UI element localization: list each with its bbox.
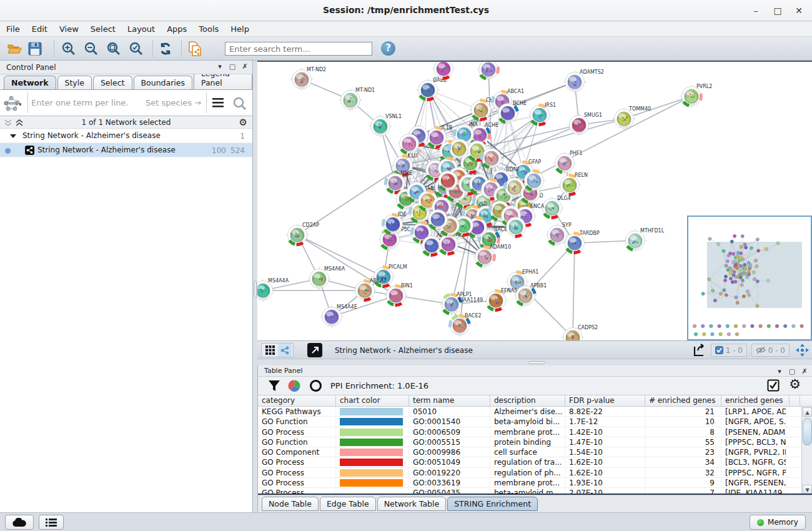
close-button[interactable]: ✕ <box>790 4 808 17</box>
horizontal-splitter-handle[interactable] <box>528 361 545 364</box>
zoom-in-icon[interactable] <box>60 41 77 57</box>
table-row[interactable]: GO ProcessGO:0050435beta-amyloid m...2.0… <box>258 488 812 495</box>
network-node[interactable]: MT-ND1 <box>339 87 375 112</box>
hidden-count-badge[interactable]: 0 - 0 <box>751 344 790 357</box>
network-node[interactable]: RELN <box>558 172 588 197</box>
table-row[interactable]: GO FunctionGO:0001540beta-amyloid bi...1… <box>258 417 812 427</box>
tab-string-enrichment[interactable]: STRING Enrichment <box>447 497 538 511</box>
open-session-icon[interactable] <box>6 41 24 57</box>
save-session-icon[interactable] <box>26 41 44 57</box>
network-node[interactable]: DLG4 <box>541 196 571 220</box>
help-icon[interactable]: ? <box>381 41 395 56</box>
network-node[interactable]: MTHFD1L <box>624 228 665 252</box>
birdseye-view[interactable] <box>687 216 812 340</box>
species-selector[interactable]: Set species → <box>146 98 201 107</box>
network-node[interactable]: PHF1 <box>553 151 583 175</box>
selected-count-badge[interactable]: 1 - 0 <box>711 344 747 357</box>
network-row-selected[interactable]: String Network - Alzheimer's disease 100… <box>0 143 252 157</box>
navigator-icon[interactable] <box>795 343 810 360</box>
menu-file[interactable]: File <box>6 24 20 34</box>
tab-style[interactable]: Style <box>57 76 92 89</box>
network-node[interactable]: CADPS2 <box>562 325 598 340</box>
zoom-fit-icon[interactable] <box>105 41 122 57</box>
network-collection-row[interactable]: String Network - Alzheimer's disease 1 <box>0 129 252 143</box>
cloud-tasks-button[interactable] <box>5 515 34 530</box>
table-row[interactable]: GO ProcessGO:0051049regulation of tra...… <box>258 457 812 467</box>
panel-float-icon[interactable]: ▢ <box>229 62 236 71</box>
panel-close-icon[interactable]: ✗ <box>241 62 249 71</box>
task-history-button[interactable] <box>39 515 64 530</box>
network-node[interactable] <box>477 62 500 81</box>
tab-select[interactable]: Select <box>93 76 132 89</box>
open-full-view-icon[interactable] <box>307 343 322 357</box>
tab-boundaries[interactable]: Boundaries <box>134 76 192 89</box>
tab-network-table[interactable]: Network Table <box>377 497 447 511</box>
network-node[interactable]: MS4A4E <box>320 304 357 329</box>
panel-menu-icon[interactable]: ▾ <box>216 62 224 71</box>
network-node[interactable]: EFNA5 <box>485 288 518 312</box>
search-input[interactable] <box>225 42 372 56</box>
clone-network-icon[interactable] <box>186 41 204 57</box>
export-network-icon[interactable] <box>692 343 707 360</box>
zoom-selected-icon[interactable] <box>127 41 145 57</box>
network-manager-gear-icon[interactable]: ⚙ <box>239 117 247 128</box>
tab-edge-table[interactable]: Edge Table <box>320 497 376 511</box>
table-row[interactable]: GO FunctionGO:0005515protein binding1.47… <box>258 437 812 447</box>
table-column-header[interactable]: category chart color term name descripti… <box>258 395 812 407</box>
network-node[interactable]: GAB2 <box>417 77 447 102</box>
network-node[interactable]: ADAMTS2 <box>563 69 604 94</box>
table-row[interactable]: GO ProcessGO:0033619membrane prot...1.93… <box>258 478 812 488</box>
network-node[interactable]: VSNL1 <box>369 114 402 138</box>
table-row[interactable]: GO ProcessGO:0006509membrane prot...1.42… <box>258 427 812 437</box>
horizontal-splitter[interactable] <box>257 359 812 365</box>
menu-apps[interactable]: Apps <box>167 24 187 34</box>
network-node[interactable]: APLP1 <box>440 292 472 316</box>
tree-expand-icon[interactable] <box>10 134 16 139</box>
scroll-up-icon[interactable]: ▲ <box>803 407 812 417</box>
network-node[interactable]: PVRL2 <box>680 84 713 108</box>
minimize-button[interactable]: – <box>746 4 765 17</box>
refresh-icon[interactable] <box>157 41 174 57</box>
vertical-splitter[interactable] <box>253 61 257 512</box>
enrichment-table[interactable]: KEGG Pathways05010Alzheimer's dise...8.8… <box>258 407 812 495</box>
node-label: ABCA1 <box>507 89 524 94</box>
menu-help[interactable]: Help <box>230 24 249 34</box>
table-row[interactable]: KEGG Pathways05010Alzheimer's dise...8.8… <box>258 407 812 417</box>
panel-close-icon[interactable]: ✗ <box>801 367 808 375</box>
ring-chart-icon[interactable] <box>309 379 322 392</box>
menu-layout[interactable]: Layout <box>127 24 155 34</box>
select-columns-icon[interactable] <box>767 379 780 392</box>
menu-select[interactable]: Select <box>91 24 116 34</box>
table-row[interactable]: GO ProcessGO:0019220regulation of ph...1… <box>258 468 812 478</box>
network-node[interactable]: SMUG1 <box>568 112 603 137</box>
string-query-input[interactable]: Enter one term per line. <box>31 98 129 107</box>
table-row[interactable]: GO ComponentGO:0009986cell surface1.54E-… <box>258 447 812 457</box>
menu-tools[interactable]: Tools <box>199 24 219 34</box>
tab-node-table[interactable]: Node Table <box>262 497 319 511</box>
network-node[interactable]: ABCA7 <box>354 278 387 302</box>
network-node[interactable]: MS4A6A <box>308 266 345 290</box>
table-scrollbar[interactable]: ▲ ▼ <box>801 407 812 495</box>
menu-edit[interactable]: Edit <box>32 24 47 34</box>
birdseye-viewport[interactable] <box>707 242 802 308</box>
grid-view-icon[interactable] <box>262 345 278 355</box>
menu-view[interactable]: View <box>59 24 79 34</box>
string-options-icon[interactable] <box>211 96 225 109</box>
zoom-out-icon[interactable] <box>82 41 100 57</box>
network-node[interactable]: BACE2 <box>448 313 482 337</box>
maximize-button[interactable]: □ <box>768 4 787 17</box>
pie-chart-icon[interactable] <box>288 379 301 392</box>
share-view-icon[interactable] <box>278 344 292 357</box>
scrollbar-thumb[interactable] <box>803 418 812 445</box>
memory-button[interactable]: Memory <box>750 515 806 530</box>
table-settings-gear-icon[interactable]: ⚙ <box>789 377 801 392</box>
vertical-splitter-handle[interactable] <box>254 280 257 298</box>
panel-menu-icon[interactable]: ▾ <box>776 367 783 375</box>
panel-float-icon[interactable]: ▢ <box>788 367 796 375</box>
tab-network[interactable]: Network <box>4 76 56 89</box>
string-search-icon[interactable] <box>232 96 247 111</box>
string-dropdown-caret-icon[interactable]: ▾ <box>19 101 22 107</box>
network-node[interactable]: IRS1 <box>528 102 557 127</box>
filter-icon[interactable] <box>268 380 280 392</box>
scroll-down-icon[interactable]: ▼ <box>803 485 812 494</box>
